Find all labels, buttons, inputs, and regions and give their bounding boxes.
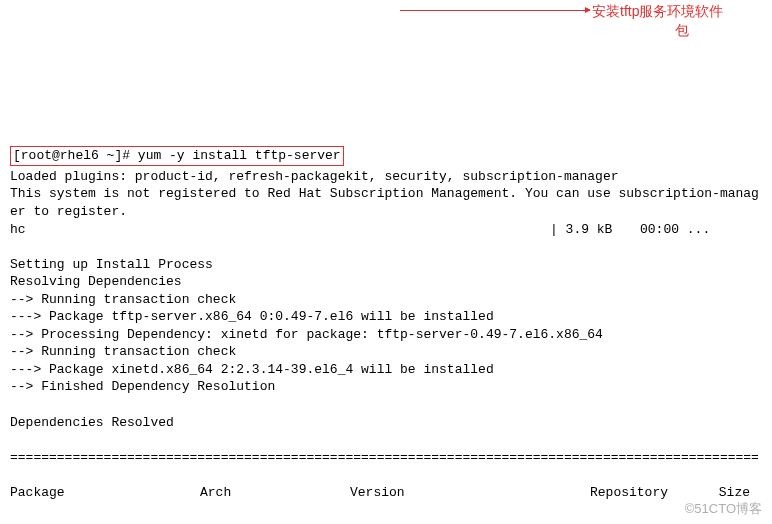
hdr-repo: Repository	[590, 484, 690, 502]
output-setup: Setting up Install Process	[10, 257, 213, 272]
dep-line-3: --> Processing Dependency: xinetd for pa…	[10, 327, 603, 342]
dep-line-6: --> Finished Dependency Resolution	[10, 379, 275, 394]
command-highlight-box: [root@rhel6 ~]# yum -y install tftp-serv…	[10, 146, 344, 166]
annotation-line1: 安装tftp服务环境软件	[592, 3, 723, 19]
hdr-arch: Arch	[200, 484, 350, 502]
hdr-version: Version	[350, 484, 590, 502]
terminal-output: [root@rhel6 ~]# yum -y install tftp-serv…	[10, 129, 762, 524]
hdr-package: Package	[10, 484, 200, 502]
dep-line-4: --> Running transaction check	[10, 344, 236, 359]
output-not-registered: This system is not registered to Red Hat…	[10, 186, 759, 219]
annotation-arrow	[400, 10, 590, 11]
table-header: PackageArchVersionRepositorySize	[10, 484, 762, 502]
dep-line-5: ---> Package xinetd.x86_64 2:2.3.14-39.e…	[10, 362, 494, 377]
output-loaded-plugins: Loaded plugins: product-id, refresh-pack…	[10, 169, 619, 184]
command-text: yum -y install tftp-server	[138, 148, 341, 163]
repo-size: | 3.9 kB	[550, 221, 640, 239]
watermark: ©51CTO博客	[685, 500, 762, 518]
hdr-size: Size	[690, 484, 750, 502]
output-resolve: Resolving Dependencies	[10, 274, 182, 289]
annotation-callout: 安装tftp服务环境软件 包	[592, 2, 772, 40]
rule-top: ========================================…	[10, 449, 762, 467]
rule-hdr: ========================================…	[10, 519, 762, 524]
deps-resolved: Dependencies Resolved	[10, 415, 174, 430]
output-repo-row: hc| 3.9 kB00:00 ...	[10, 221, 762, 239]
shell-prompt: [root@rhel6 ~]#	[13, 148, 138, 163]
dep-line-2: ---> Package tftp-server.x86_64 0:0.49-7…	[10, 309, 494, 324]
annotation-line2: 包	[592, 21, 772, 40]
dep-line-1: --> Running transaction check	[10, 292, 236, 307]
repo-name: hc	[10, 221, 550, 239]
repo-time: 00:00 ...	[640, 221, 710, 239]
